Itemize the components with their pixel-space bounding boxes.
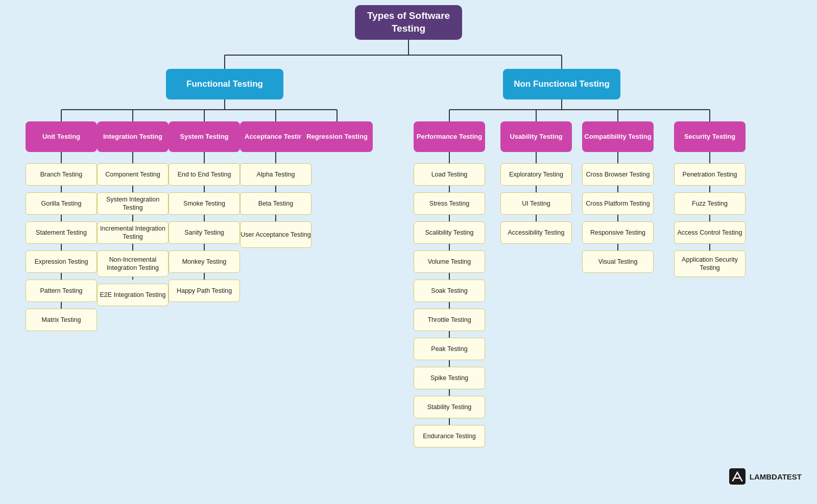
leaf-access-control-testing: Access Control Testing — [674, 221, 746, 244]
leaf-peak-testing: Peak Testing — [414, 338, 485, 360]
lambdatest-logo: LAMBDATEST — [729, 468, 802, 485]
compatibility-testing-node: Compatibility Testing — [582, 121, 654, 152]
leaf-end-to-end-testing: End to End Testing — [169, 163, 240, 186]
leaf-e2e-integration-testing: E2E Integration Testing — [97, 284, 169, 306]
leaf-user-acceptance-testing: User Acceptance Testing — [240, 221, 311, 248]
leaf-cross-platform-testing: Cross Platform Testing — [582, 192, 654, 215]
root-node: Types of Software Testing — [355, 5, 462, 40]
leaf-penetration-testing: Penetration Testing — [674, 163, 746, 186]
leaf-endurance-testing: Endurance Testing — [414, 425, 485, 447]
leaf-happy-path-testing: Happy Path Testing — [169, 280, 240, 302]
leaf-gorilla-testing: Gorilla Testing — [26, 192, 97, 215]
integration-testing-node: Integration Testing — [97, 121, 169, 152]
system-testing-node: System Testing — [169, 121, 240, 152]
leaf-stability-testing: Stability Testing — [414, 396, 485, 418]
leaf-accessibility-testing: Accessibility Testing — [500, 221, 572, 244]
performance-testing-node: Performance Testing — [414, 121, 485, 152]
diagram-canvas: Types of Software Testing Functional Tes… — [5, 0, 812, 490]
leaf-monkey-testing: Monkey Testing — [169, 250, 240, 273]
leaf-fuzz-testing: Fuzz Testing — [674, 192, 746, 215]
nonfunctional-testing-node: Non Functional Testing — [503, 69, 620, 99]
leaf-visual-testing: Visual Testing — [582, 250, 654, 273]
leaf-incremental-integration-testing: Incremental Integration Testing — [97, 221, 169, 244]
leaf-responsive-testing: Responsive Testing — [582, 221, 654, 244]
leaf-soak-testing: Soak Testing — [414, 280, 485, 302]
leaf-throttle-testing: Throttle Testing — [414, 309, 485, 331]
leaf-volume-testing: Volume Testing — [414, 250, 485, 273]
regression-testing-node: Regression Testing — [301, 121, 373, 152]
usability-testing-node: Usability Testing — [500, 121, 572, 152]
leaf-component-testing: Component Testing — [97, 163, 169, 186]
leaf-alpha-testing: Alpha Testing — [240, 163, 311, 186]
connector-lines — [5, 0, 812, 490]
leaf-system-integration-testing: System Integration Testing — [97, 192, 169, 215]
leaf-matrix-testing: Matrix Testing — [26, 309, 97, 331]
leaf-sanity-testing: Sanity Testing — [169, 221, 240, 244]
leaf-stress-testing: Stress Testing — [414, 192, 485, 215]
leaf-non-incremental-integration-testing: Non-Incremental Integration Testing — [97, 250, 169, 277]
leaf-spike-testing: Spike Testing — [414, 367, 485, 389]
leaf-pattern-testing: Pattern Testing — [26, 280, 97, 302]
leaf-ui-testing: UI Testing — [500, 192, 572, 215]
lambdatest-logo-icon — [729, 468, 746, 485]
leaf-scalibility-testing: Scalibility Testing — [414, 221, 485, 244]
acceptance-testing-node: Acceptance Testing — [240, 121, 311, 152]
leaf-expression-testing: Expression Testing — [26, 250, 97, 273]
unit-testing-node: Unit Testing — [26, 121, 97, 152]
security-testing-node: Security Testing — [674, 121, 746, 152]
leaf-load-testing: Load Testing — [414, 163, 485, 186]
leaf-application-security-testing: Application Security Testing — [674, 250, 746, 277]
functional-testing-node: Functional Testing — [166, 69, 283, 99]
leaf-beta-testing: Beta Testing — [240, 192, 311, 215]
leaf-statement-testing: Statement Testing — [26, 221, 97, 244]
svg-rect-57 — [729, 468, 746, 485]
leaf-cross-browser-testing: Cross Browser Testing — [582, 163, 654, 186]
leaf-smoke-testing: Smoke Testing — [169, 192, 240, 215]
leaf-branch-testing: Branch Testing — [26, 163, 97, 186]
leaf-exploratory-testing: Exploratory Testing — [500, 163, 572, 186]
